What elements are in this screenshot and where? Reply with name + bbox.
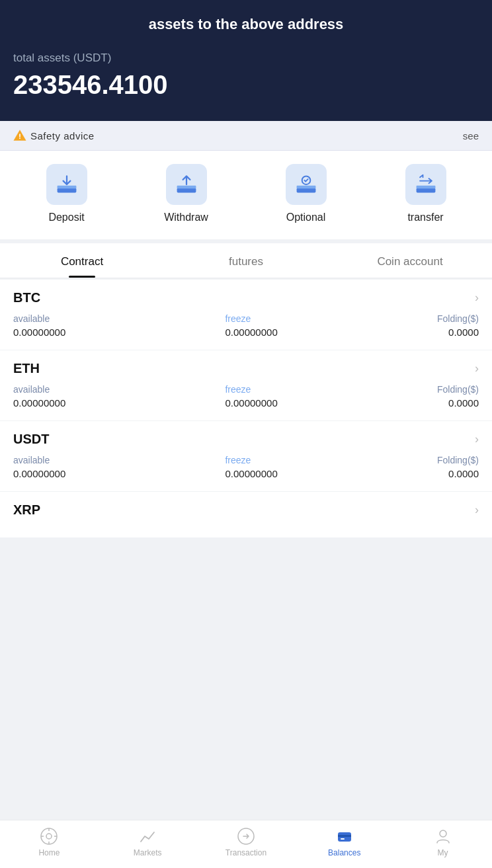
asset-name-xrp: XRP [13,502,40,518]
svg-rect-3 [57,186,76,189]
home-icon [40,827,58,846]
asset-folding-col-usdt: Folding($) 0.0000 [437,455,479,479]
balances-icon [335,827,354,846]
asset-row-usdt[interactable]: USDT › available 0.00000000 freeze 0.000… [0,421,492,492]
deposit-label: Deposit [48,212,84,223]
nav-label-transaction: Transaction [226,848,266,857]
asset-name-btc: BTC [13,290,40,305]
optional-button[interactable]: Optional [246,164,366,223]
deposit-icon-wrap [46,164,87,205]
chevron-right-icon: › [475,503,479,517]
transfer-button[interactable]: transfer [366,164,485,223]
svg-rect-1 [19,138,20,139]
asset-row-xrp[interactable]: XRP › [0,492,492,538]
tab-futures[interactable]: futures [164,243,328,278]
svg-rect-2 [57,188,76,192]
svg-point-21 [440,830,446,837]
markets-icon [138,827,157,846]
withdraw-icon-wrap [166,164,207,205]
deposit-button[interactable]: Deposit [7,164,126,223]
svg-rect-9 [416,188,435,192]
safety-advice-text: Safety advice [30,130,95,141]
svg-rect-4 [177,188,196,192]
withdraw-label: Withdraw [164,212,208,223]
safety-see-link[interactable]: see [463,130,479,141]
tabs-row: Contract futures Coin account [0,243,492,278]
svg-rect-10 [416,186,435,189]
asset-row-btc[interactable]: BTC › available 0.00000000 freeze 0.0000… [0,280,492,350]
asset-freeze-col-btc: freeze 0.00000000 [225,313,277,338]
nav-label-balances: Balances [328,848,360,857]
nav-item-markets[interactable]: Markets [99,827,197,857]
asset-folding-col-eth: Folding($) 0.0000 [437,384,479,409]
bottom-nav: Home Markets Transaction Balances My [0,820,492,868]
page-title: assets to the above address [13,16,479,33]
asset-name-eth: ETH [13,361,40,376]
safety-advice-bar[interactable]: Safety advice see [0,121,492,151]
tab-coin-account[interactable]: Coin account [328,243,492,278]
chevron-right-icon: › [475,362,479,375]
asset-name-usdt: USDT [13,432,49,447]
chevron-right-icon: › [475,291,479,305]
asset-freeze-col-eth: freeze 0.00000000 [225,384,277,409]
transfer-label: transfer [407,212,443,223]
warning-icon [13,129,26,142]
svg-rect-20 [341,838,345,840]
header-section: assets to the above address total assets… [0,0,492,121]
withdraw-icon [175,173,198,196]
transfer-icon [414,173,438,196]
asset-available-col-btc: available 0.00000000 [13,313,65,338]
nav-label-my: My [438,848,448,857]
asset-freeze-col-usdt: freeze 0.00000000 [225,455,277,479]
transaction-icon [237,827,255,846]
optional-label: Optional [286,212,326,223]
asset-available-col-eth: available 0.00000000 [13,384,65,409]
deposit-icon [55,173,79,196]
svg-rect-6 [296,188,315,192]
total-assets-label: total assets (USDT) [13,52,479,65]
my-icon [434,827,452,846]
asset-available-col-usdt: available 0.00000000 [13,455,65,479]
svg-rect-0 [19,134,20,138]
safety-advice-left: Safety advice [13,129,95,142]
asset-list: BTC › available 0.00000000 freeze 0.0000… [0,280,492,538]
optional-icon-wrap [286,164,327,205]
nav-item-home[interactable]: Home [0,827,99,857]
optional-icon [294,173,318,196]
asset-folding-col-btc: Folding($) 0.0000 [437,313,479,338]
nav-label-home: Home [38,848,60,857]
chevron-right-icon: › [475,432,479,446]
tab-contract[interactable]: Contract [0,243,164,278]
nav-item-my[interactable]: My [393,827,492,857]
asset-row-eth[interactable]: ETH › available 0.00000000 freeze 0.0000… [0,350,492,421]
nav-item-balances[interactable]: Balances [295,827,393,857]
transfer-icon-wrap [405,164,446,205]
nav-item-transaction[interactable]: Transaction [197,827,296,857]
nav-label-markets: Markets [134,848,162,857]
svg-rect-5 [177,186,196,189]
total-assets-value: 233546.4100 [13,70,479,100]
withdraw-button[interactable]: Withdraw [126,164,246,223]
svg-rect-7 [296,186,315,189]
svg-rect-19 [338,835,351,837]
actions-row: Deposit Withdraw Optional [0,151,492,243]
svg-point-12 [46,834,52,839]
